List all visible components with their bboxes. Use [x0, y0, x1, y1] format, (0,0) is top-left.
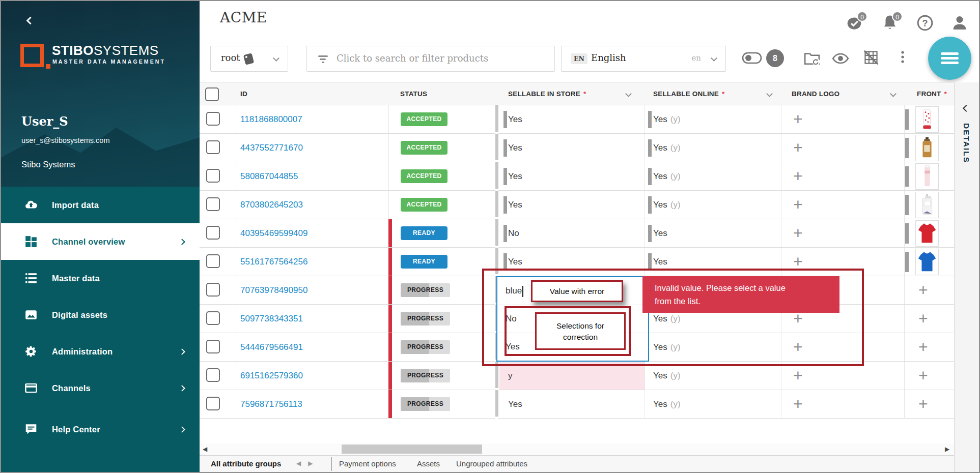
row-checkbox[interactable]: [206, 340, 220, 353]
cell-sellable-in-store[interactable]: Yes: [499, 191, 645, 219]
product-id-link[interactable]: 580867044855: [240, 162, 298, 190]
column-menu-chevron-icon[interactable]: [766, 91, 773, 97]
column-header-brand-logo[interactable]: BRAND LOGO: [792, 83, 839, 105]
cell-sellable-online[interactable]: Yes: [645, 219, 781, 247]
column-header-sellable-in-store[interactable]: SELLABLE IN STORE*: [508, 83, 586, 105]
column-header-status[interactable]: STATUS: [400, 83, 427, 105]
tab-assets[interactable]: Assets: [417, 459, 440, 468]
column-header-id[interactable]: ID: [240, 83, 247, 105]
search-input[interactable]: Click to search or filter products: [306, 46, 555, 72]
cell-sellable-online[interactable]: Yes(y): [645, 305, 781, 333]
sidebar-item-digital-assets[interactable]: Digital assets: [1, 297, 200, 333]
add-asset-icon[interactable]: +: [918, 305, 928, 332]
expand-details-icon[interactable]: [964, 104, 969, 113]
product-id-link[interactable]: 8703802645203: [240, 191, 303, 219]
scrollbar-thumb[interactable]: [342, 445, 482, 454]
sidebar-item-channel-overview[interactable]: Channel overview: [1, 223, 200, 260]
product-id-link[interactable]: 7596871756113: [240, 390, 302, 418]
editor-input[interactable]: blue: [497, 277, 648, 305]
row-checkbox[interactable]: [206, 283, 220, 297]
user-avatar-icon[interactable]: [951, 14, 968, 32]
row-checkbox[interactable]: [206, 368, 220, 382]
help-icon[interactable]: ?: [916, 14, 934, 32]
row-checkbox[interactable]: [206, 112, 220, 126]
column-menu-chevron-icon[interactable]: [890, 91, 897, 97]
cell-sellable-online[interactable]: Yes(y): [645, 390, 781, 418]
column-header-sellable-online[interactable]: SELLABLE ONLINE*: [653, 83, 724, 105]
sidebar-item-channels[interactable]: Channels: [1, 370, 200, 406]
add-asset-icon[interactable]: +: [918, 362, 928, 389]
more-options-kebab-icon[interactable]: [897, 50, 908, 65]
row-checkbox[interactable]: [206, 140, 220, 154]
scroll-left-icon[interactable]: ◀: [203, 446, 207, 453]
basket-toggle-icon[interactable]: [742, 51, 762, 65]
product-id-link[interactable]: 6915162579360: [240, 362, 303, 390]
add-asset-icon[interactable]: +: [793, 162, 803, 190]
add-asset-icon[interactable]: +: [793, 219, 803, 247]
add-asset-icon[interactable]: +: [793, 390, 803, 418]
product-id-link[interactable]: 5444679566491: [240, 333, 303, 361]
preview-eye-icon[interactable]: [832, 53, 849, 64]
editor-option-yes[interactable]: Yes: [497, 333, 648, 361]
sidebar-item-import-data[interactable]: Import data: [1, 187, 200, 223]
folder-sync-icon[interactable]: [803, 50, 821, 66]
details-panel-label[interactable]: DETAILS: [962, 123, 971, 163]
cell-sellable-online[interactable]: Yes(y): [645, 191, 781, 219]
row-checkbox[interactable]: [206, 311, 220, 325]
product-id-link[interactable]: 40395469599409: [240, 219, 307, 247]
column-menu-chevron-icon[interactable]: [625, 91, 632, 97]
product-id-link[interactable]: 5097738343351: [240, 305, 303, 333]
product-id-link[interactable]: 1181868800007: [240, 105, 302, 133]
product-image-thumbnail[interactable]: [915, 220, 939, 247]
cell-sellable-in-store[interactable]: y: [499, 362, 645, 390]
cell-sellable-online[interactable]: [645, 276, 781, 304]
cell-sellable-online[interactable]: Yes(y): [645, 134, 781, 162]
tab-scroll-arrows[interactable]: ◀▶: [296, 460, 320, 467]
basket-count-badge[interactable]: 8: [766, 49, 784, 67]
cell-sellable-in-store[interactable]: Yes: [499, 105, 645, 133]
main-menu-fab[interactable]: [928, 37, 971, 80]
add-asset-icon[interactable]: +: [793, 191, 803, 218]
add-asset-icon[interactable]: +: [793, 248, 803, 275]
column-header-front[interactable]: FRONT*: [917, 83, 947, 105]
product-image-thumbnail[interactable]: [915, 106, 939, 133]
cell-sellable-in-store[interactable]: Yes: [499, 162, 645, 190]
tab-ungrouped-attributes[interactable]: Ungrouped attributes: [456, 459, 527, 468]
product-id-link[interactable]: 70763978490950: [240, 276, 307, 304]
add-asset-icon[interactable]: +: [793, 276, 803, 304]
product-image-thumbnail[interactable]: [915, 192, 939, 218]
product-image-thumbnail[interactable]: [915, 249, 939, 275]
add-asset-icon[interactable]: +: [793, 134, 803, 161]
tab-all-attribute-groups[interactable]: All attribute groups: [211, 459, 281, 468]
product-id-link[interactable]: 55161767564256: [240, 248, 307, 276]
add-asset-icon[interactable]: +: [793, 105, 803, 133]
scroll-right-icon[interactable]: ▶: [945, 446, 949, 453]
cell-sellable-online[interactable]: Yes(y): [645, 333, 781, 361]
row-checkbox[interactable]: [206, 226, 220, 240]
row-checkbox[interactable]: [206, 197, 220, 211]
add-asset-icon[interactable]: +: [793, 362, 803, 389]
add-asset-icon[interactable]: +: [793, 333, 803, 361]
product-image-thumbnail[interactable]: [915, 163, 939, 190]
add-asset-icon[interactable]: +: [918, 333, 928, 361]
add-asset-icon[interactable]: +: [918, 390, 928, 418]
tab-payment-options[interactable]: Payment options: [339, 459, 396, 468]
add-asset-icon[interactable]: +: [918, 276, 928, 304]
toggle-grid-view-icon[interactable]: [863, 50, 879, 65]
row-checkbox[interactable]: [206, 254, 220, 268]
language-selector[interactable]: EN English en: [561, 46, 726, 72]
row-checkbox[interactable]: [206, 397, 220, 410]
product-id-link[interactable]: 4437552771670: [240, 134, 303, 162]
cell-sellable-online[interactable]: Yes: [645, 248, 781, 276]
sidebar-item-administration[interactable]: Administration: [1, 333, 200, 370]
notifications-bell-icon[interactable]: 0: [881, 14, 899, 32]
cell-sellable-in-store[interactable]: Yes: [499, 248, 645, 276]
cell-sellable-online[interactable]: Yes(y): [645, 162, 781, 190]
sidebar-item-help-center[interactable]: Help Center: [1, 411, 200, 448]
cell-sellable-in-store[interactable]: No: [499, 219, 645, 247]
context-selector[interactable]: root: [210, 46, 288, 72]
collapse-sidebar-icon[interactable]: [27, 16, 36, 24]
select-all-checkbox[interactable]: [205, 87, 219, 101]
cell-sellable-in-store[interactable]: Yes: [499, 390, 645, 418]
row-checkbox[interactable]: [206, 169, 220, 183]
